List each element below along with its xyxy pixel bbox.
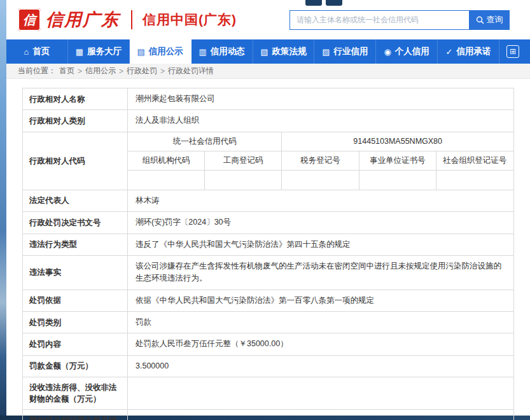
breadcrumb-separator: > xyxy=(160,67,165,76)
site-title: 信用中国(广东) xyxy=(143,11,237,29)
news-icon: ▥ xyxy=(199,47,206,57)
row-value: 依据《中华人民共和国大气污染防治法》第一百零八条第一项的规定 xyxy=(128,290,513,311)
row-value: 该公司涉嫌存在产生含挥发性有机物废气的生产活动未在密闭空间中进行且未按规定使用污… xyxy=(128,256,513,290)
row-value: 潮环(安)罚字〔2024〕30号 xyxy=(128,212,513,233)
breadcrumb-label: 当前位置： xyxy=(18,66,56,76)
nav-extra-button[interactable]: ⊞ xyxy=(499,39,526,64)
table-row: 行政相对人名称 潮州乘起包装有限公司 xyxy=(23,88,513,110)
code-header: 事业单位证书号 xyxy=(359,151,436,170)
grid-plus-icon: ⊞ xyxy=(506,45,519,58)
nav-item-label: 个人信用 xyxy=(395,46,429,57)
search-bar: 查询 xyxy=(289,10,510,30)
document-icon: ▤ xyxy=(137,47,145,57)
code-header: 税务登记号 xyxy=(282,151,359,170)
nav-item-policies[interactable]: ▧ 政策法规 xyxy=(253,39,315,64)
seal-glyph: 信 xyxy=(23,11,36,29)
person-icon: ◉ xyxy=(384,47,391,57)
nav-item-personal-credit[interactable]: ◉ 个人信用 xyxy=(376,39,438,64)
table-row: 罚款金额（万元） 3.500000 xyxy=(23,356,513,377)
nav-item-label: 政策法规 xyxy=(272,46,307,57)
code-cell-empty xyxy=(436,171,513,190)
row-label: 处罚依据 xyxy=(23,290,128,311)
row-label: 行政相对人类别 xyxy=(23,110,128,131)
logo-script-text: 信用广东 xyxy=(46,8,120,31)
code-cell-empty xyxy=(128,171,205,190)
search-button-label: 查询 xyxy=(487,14,503,25)
nav-item-label: 行业信用 xyxy=(333,46,368,57)
row-label: 处罚内容 xyxy=(23,333,128,354)
code-header: 工商登记码 xyxy=(205,151,282,170)
row-label: 违法行为类型 xyxy=(23,234,128,255)
breadcrumb-admin-penalty[interactable]: 行政处罚 xyxy=(127,66,157,76)
row-label: 罚款金额（万元） xyxy=(23,356,128,377)
search-icon xyxy=(476,16,484,24)
search-button[interactable]: 查询 xyxy=(469,10,510,30)
row-value: 处罚款人民币叁万伍仟元整（￥35000.00） xyxy=(128,333,513,354)
table-row: 没收违法所得、没收非法财物的金额（万元） xyxy=(23,377,513,410)
nav-item-label: 服务大厅 xyxy=(87,46,122,57)
site-logo[interactable]: 信 信用广东 信用中国(广东) xyxy=(18,8,237,31)
table-row-entity-codes: 行政相对人代码 统一社会信用代码 91445103MA55NMGX80 组织机构… xyxy=(23,132,513,190)
code-table-empty-row xyxy=(128,171,513,190)
code-table-row: 统一社会信用代码 91445103MA55NMGX80 xyxy=(128,132,513,151)
nav-item-label: 信用公示 xyxy=(149,46,183,57)
nav-item-home[interactable]: ⌂ 首页 xyxy=(6,39,68,64)
table-row: 法定代表人 林木涛 xyxy=(23,190,513,212)
code-table-header-row: 组织机构代码 工商登记码 税务登记号 事业单位证书号 社会组织登记证号 xyxy=(128,151,513,171)
code-cell-empty xyxy=(359,171,436,190)
breadcrumb-credit-disclosure[interactable]: 信用公示 xyxy=(85,66,116,76)
table-row: 行政处罚决定书文号 潮环(安)罚字〔2024〕30号 xyxy=(23,212,513,234)
table-row: 行政相对人类别 法人及非法人组织 xyxy=(23,110,513,132)
row-value: 潮州乘起包装有限公司 xyxy=(128,88,513,109)
breadcrumb-current: 行政处罚详情 xyxy=(168,66,214,76)
code-header: 社会组织登记证号 xyxy=(436,151,513,170)
logo-divider xyxy=(131,10,132,29)
row-label: 违法事实 xyxy=(23,256,128,290)
main-nav: ⌂ 首页 ▦ 服务大厅 ▤ 信用公示 ▥ 信用动态 ▧ 政策法规 ▨ 行业信用 … xyxy=(6,39,530,64)
code-header: 组织机构代码 xyxy=(128,151,205,170)
nav-item-credit-news[interactable]: ▥ 信用动态 xyxy=(192,39,253,64)
table-row: 处罚依据 依据《中华人民共和国大气污染防治法》第一百零八条第一项的规定 xyxy=(23,290,513,312)
nav-item-service-hall[interactable]: ▦ 服务大厅 xyxy=(68,39,130,64)
code-cell-empty xyxy=(282,171,359,190)
top-decor-tab xyxy=(326,0,342,6)
breadcrumb-separator: > xyxy=(78,67,82,76)
book-icon: ▧ xyxy=(260,47,268,57)
table-row: 暂扣或吊销证照名称及编号 xyxy=(23,410,513,420)
content-panel: 信 信用广东 信用中国(广东) 查询 ⌂ 首页 ▦ xyxy=(6,0,530,416)
row-label: 行政处罚决定书文号 xyxy=(23,212,128,233)
row-label: 行政相对人名称 xyxy=(23,88,128,109)
row-value: 林木涛 xyxy=(128,190,513,211)
background-photo-strip xyxy=(0,0,6,420)
home-icon: ⌂ xyxy=(24,47,29,57)
logo-seal-icon: 信 xyxy=(18,8,41,31)
unified-code-label: 统一社会信用代码 xyxy=(128,132,282,151)
row-label: 没收违法所得、没收非法财物的金额（万元） xyxy=(23,377,128,409)
row-value: 3.500000 xyxy=(128,356,513,377)
site-header: 信 信用广东 信用中国(广东) 查询 xyxy=(6,0,530,39)
nav-item-label: 信用承诺 xyxy=(457,46,491,57)
code-cell-empty xyxy=(205,171,282,190)
row-value: 统一社会信用代码 91445103MA55NMGX80 组织机构代码 工商登记码… xyxy=(128,132,513,190)
table-row: 违法事实 该公司涉嫌存在产生含挥发性有机物废气的生产活动未在密闭空间中进行且未按… xyxy=(23,256,513,290)
nav-item-credit-commitment[interactable]: ✓ 信用承诺 xyxy=(438,39,499,64)
grid-icon: ▦ xyxy=(76,47,83,57)
nav-item-credit-disclosure[interactable]: ▤ 信用公示 xyxy=(130,39,192,64)
row-value: 法人及非法人组织 xyxy=(128,110,513,131)
row-label: 处罚类别 xyxy=(23,312,128,333)
check-icon: ✓ xyxy=(446,47,453,57)
breadcrumb: 当前位置： 首页 > 信用公示 > 行政处罚 > 行政处罚详情 xyxy=(6,64,530,79)
row-label: 行政相对人代码 xyxy=(23,132,128,190)
table-row: 处罚内容 处罚款人民币叁万伍仟元整（￥35000.00） xyxy=(23,333,513,355)
table-row: 违法行为类型 违反了《中华人民共和国大气污染防治法》第四十五条的规定 xyxy=(23,234,513,256)
table-row: 处罚类别 罚款 xyxy=(23,312,513,333)
unified-code-value: 91445103MA55NMGX80 xyxy=(282,132,513,151)
nav-item-label: 首页 xyxy=(32,46,50,57)
top-decor-tabs xyxy=(305,0,342,6)
nav-item-industry-credit[interactable]: ▨ 行业信用 xyxy=(314,39,376,64)
row-value xyxy=(128,377,513,409)
search-input[interactable] xyxy=(289,10,469,30)
building-icon: ▨ xyxy=(322,47,330,57)
breadcrumb-home[interactable]: 首页 xyxy=(59,66,74,76)
row-value xyxy=(128,410,513,420)
